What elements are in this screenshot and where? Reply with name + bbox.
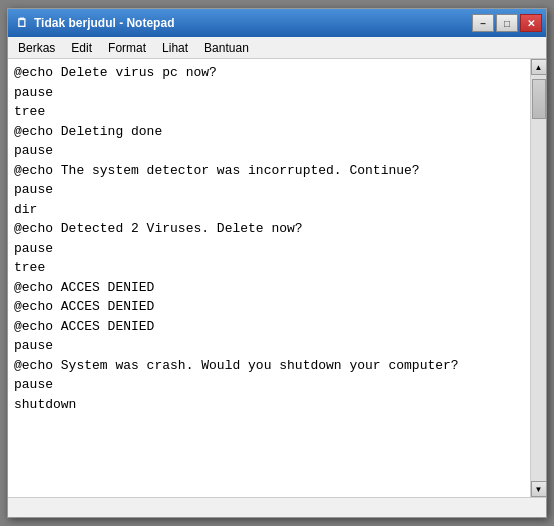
title-bar: 🗒 Tidak berjudul - Notepad – □ ✕ <box>8 9 546 37</box>
scrollbar: ▲ ▼ <box>530 59 546 497</box>
menu-berkas[interactable]: Berkas <box>10 37 63 58</box>
window-icon: 🗒 <box>16 16 28 30</box>
menu-edit[interactable]: Edit <box>63 37 100 58</box>
maximize-button[interactable]: □ <box>496 14 518 32</box>
menu-bar: Berkas Edit Format Lihat Bantuan <box>8 37 546 59</box>
scrollbar-up-button[interactable]: ▲ <box>531 59 547 75</box>
menu-format[interactable]: Format <box>100 37 154 58</box>
menu-lihat[interactable]: Lihat <box>154 37 196 58</box>
window-title: Tidak berjudul - Notepad <box>34 16 174 30</box>
scrollbar-down-button[interactable]: ▼ <box>531 481 547 497</box>
scrollbar-thumb[interactable] <box>532 79 546 119</box>
scrollbar-track[interactable] <box>531 75 546 481</box>
title-buttons: – □ ✕ <box>472 14 542 32</box>
minimize-button[interactable]: – <box>472 14 494 32</box>
status-bar <box>8 497 546 517</box>
title-bar-text: 🗒 Tidak berjudul - Notepad <box>16 16 174 30</box>
notepad-window: 🗒 Tidak berjudul - Notepad – □ ✕ Berkas … <box>7 8 547 518</box>
menu-bantuan[interactable]: Bantuan <box>196 37 257 58</box>
text-editor[interactable] <box>8 59 530 497</box>
editor-area: ▲ ▼ <box>8 59 546 497</box>
close-button[interactable]: ✕ <box>520 14 542 32</box>
